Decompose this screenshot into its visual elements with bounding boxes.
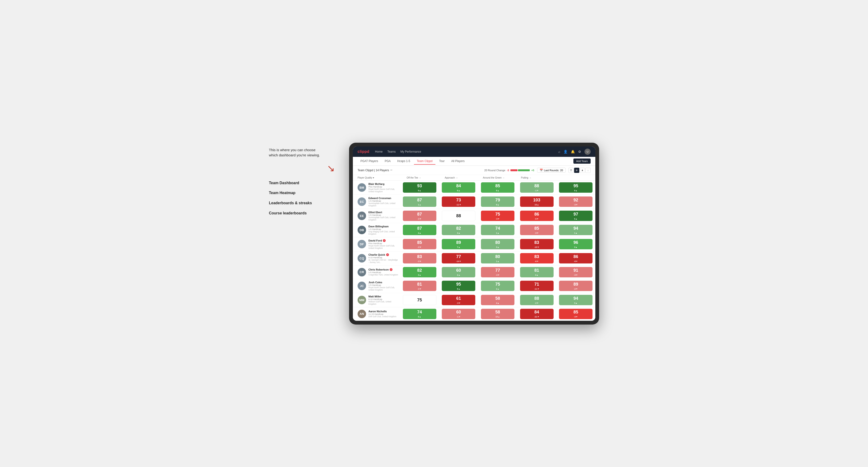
score-change: -1▼ [535, 189, 539, 192]
score-change: -3▼ [417, 260, 422, 262]
score-box: 939▲ [403, 182, 436, 193]
score-value: 75 [495, 212, 500, 217]
avatar[interactable]: U [585, 149, 591, 155]
view-list-button[interactable]: ☰ [568, 168, 574, 173]
col-label-putting[interactable]: Putting → [521, 177, 531, 179]
tab-hcaps[interactable]: Hcaps 1-5 [394, 158, 413, 165]
score-change: -1▼ [457, 316, 461, 318]
score-inner: 748▲ [417, 310, 422, 318]
score-cell-8-3: 88-2▼ [517, 293, 556, 307]
view-grid-button[interactable]: ⊞ [574, 168, 579, 173]
add-team-button[interactable]: Add Team [574, 158, 591, 164]
score-change: 1▲ [496, 260, 499, 262]
score-inner: 85-3▼ [534, 226, 539, 234]
score-inner: 92-3▼ [574, 198, 578, 206]
score-main: 83 [534, 254, 539, 259]
score-main: 96 [574, 240, 578, 245]
player-row[interactable]: JCJosh Coles1-5 HandicapRoyal North Devo… [353, 279, 595, 293]
player-row[interactable]: MMMatt Miller6-10 HandicapWoburn Golf Cl… [353, 293, 595, 307]
score-main: 86 [534, 212, 539, 217]
score-change: -8▼ [574, 260, 578, 262]
player-row[interactable]: CQCharlie Quick✓6-10 HandicapSt. George'… [353, 251, 595, 266]
score-box: 91-3▼ [559, 267, 592, 277]
score-inner: 83-3▼ [417, 254, 422, 262]
score-inner: 584▲ [495, 296, 500, 304]
score-change: 4▲ [418, 232, 421, 234]
score-change: -6▼ [535, 260, 539, 262]
edit-icon[interactable]: ✏ [390, 168, 393, 172]
player-row[interactable]: ANAaron Nicholls11-15 HandicapDrift Golf… [353, 307, 595, 321]
red-arrow-icon: ↘ [327, 163, 335, 174]
score-value: 87 [417, 226, 422, 231]
score-cell-3-2: 741▲ [478, 223, 517, 237]
score-change: 9▲ [496, 204, 499, 206]
score-box: 77-3▼ [481, 267, 515, 277]
score-change: 4▲ [457, 232, 460, 234]
tab-all-players[interactable]: All Players [448, 158, 467, 165]
score-main: 75 [495, 212, 500, 217]
score-box: 801▲ [481, 253, 515, 263]
score-inner: 84-21▼ [534, 310, 539, 318]
search-icon[interactable]: ⌕ [558, 150, 560, 154]
score-value: 83 [417, 254, 422, 259]
last-rounds-button[interactable]: 📅 Last Rounds: 20 [537, 168, 566, 173]
player-club: Sunningdale Golf Club, United Kingdom [368, 202, 398, 207]
col-label-atg[interactable]: Around the Green → [483, 177, 504, 179]
player-details: David Ford✓Plus HandicapRoyal North Devo… [368, 239, 398, 249]
tab-pga[interactable]: PGA [382, 158, 394, 165]
score-box: 823▲ [403, 267, 436, 277]
score-cell-9-4: 85-4▼ [556, 307, 595, 320]
view-card-button[interactable]: ♟ [580, 168, 585, 173]
score-value: 97 [574, 212, 578, 217]
score-inner: 897▲ [456, 240, 461, 248]
score-value: 80 [495, 254, 500, 259]
score-value: 87 [417, 212, 422, 217]
player-row[interactable]: CRChris Robertson✓1-5 HandicapCraigmilla… [353, 266, 595, 279]
score-main: 80 [495, 254, 500, 259]
avatar: CR [358, 268, 366, 276]
player-row[interactable]: ECEdward Crossman1-5 HandicapSunningdale… [353, 195, 595, 209]
score-main: 88 [456, 214, 461, 218]
score-main: 92 [574, 198, 578, 203]
player-row[interactable]: BMBlair McHargPlus HandicapRoyal North D… [353, 181, 595, 195]
score-cell-4-2: 803▲ [478, 237, 517, 251]
score-box: 86-6▼ [520, 211, 554, 221]
annotation-panel: This is where you can choose which dashb… [269, 143, 335, 221]
score-value: 73 [456, 198, 461, 203]
score-cell-2-2: 75-3▼ [478, 209, 517, 223]
score-cell-3-3: 85-3▼ [517, 223, 556, 237]
score-value: 77 [456, 254, 461, 259]
nav-link-home[interactable]: Home [375, 149, 382, 154]
bell-icon[interactable]: 🔔 [571, 150, 575, 154]
score-change: -10▼ [534, 246, 539, 248]
tab-team-clippd[interactable]: Team Clippd [414, 158, 435, 165]
player-row[interactable]: DFDavid Ford✓Plus HandicapRoyal North De… [353, 237, 595, 251]
score-inner: 941▲ [574, 226, 578, 234]
settings-icon[interactable]: ⚙ [578, 150, 581, 154]
tab-tour[interactable]: Tour [436, 158, 447, 165]
player-club: Drift Golf Club, United Kingdom [368, 315, 397, 318]
player-club: Sunningdale Golf Club, United Kingdom [368, 216, 398, 221]
player-badge-icon: ✓ [383, 239, 385, 242]
player-row[interactable]: DBDave Billingham1-5 HandicapGog Magog G… [353, 223, 595, 237]
view-download-button[interactable]: ↓ [585, 168, 591, 173]
annotation-intro: This is where you can choose which dashb… [269, 148, 321, 158]
score-main: 81 [417, 282, 422, 287]
score-value: 83 [534, 240, 539, 245]
tab-pgat-players[interactable]: PGAT Players [358, 158, 381, 165]
nav-link-teams[interactable]: Teams [387, 149, 396, 154]
score-value: 92 [574, 198, 578, 203]
col-label-player[interactable]: Player Quality ▾ [358, 177, 374, 179]
nav-link-performance[interactable]: My Performance [400, 149, 421, 154]
score-main: 60 [456, 268, 461, 273]
col-label-tee[interactable]: Off the Tee → [407, 177, 421, 179]
col-label-approach[interactable]: Approach → [445, 177, 458, 179]
score-box: 602▲ [442, 267, 475, 277]
score-inner: 77-14▼ [456, 254, 461, 262]
score-cell-3-0: 874▲ [400, 223, 439, 237]
score-main: 75 [417, 298, 422, 303]
player-details: Dave Billingham1-5 HandicapGog Magog Gol… [368, 225, 398, 235]
score-change: 3▲ [574, 246, 578, 248]
person-icon[interactable]: 👤 [563, 150, 567, 154]
player-row[interactable]: EEElliot Ebert1-5 HandicapSunningdale Go… [353, 209, 595, 223]
